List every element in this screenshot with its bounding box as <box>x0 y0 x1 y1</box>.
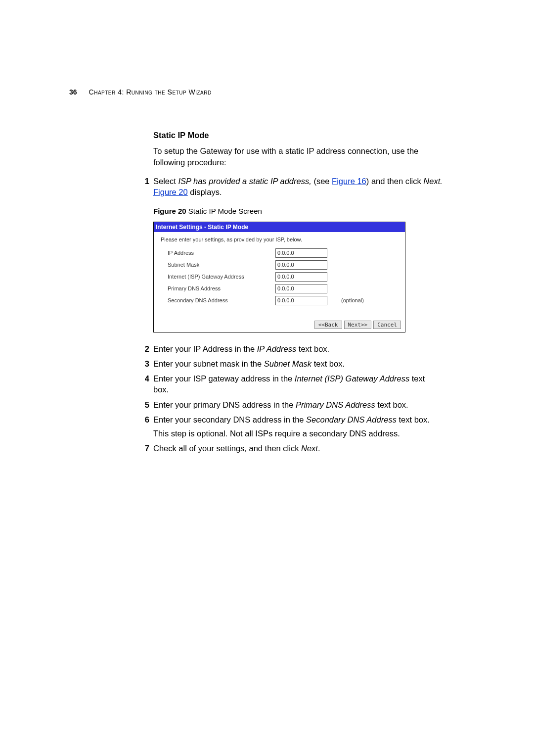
form-row-primary-dns: Primary DNS Address <box>168 284 398 293</box>
text: Check all of your settings, and then cli… <box>153 444 301 453</box>
italic-text: IP Address <box>257 344 296 353</box>
page-number: 36 <box>69 88 77 96</box>
text: text box. <box>312 359 345 368</box>
text: Enter your subnet mask in the <box>153 359 264 368</box>
subnet-mask-input[interactable] <box>275 260 327 270</box>
step-6-note: This step is optional. Not all ISPs requ… <box>153 428 443 439</box>
text: Enter your primary DNS address in the <box>153 400 296 409</box>
step-number: 2 <box>135 343 149 354</box>
text: ) and then click <box>366 177 424 186</box>
label-secondary-dns: Secondary DNS Address <box>168 297 275 304</box>
isp-gateway-input[interactable] <box>275 272 327 282</box>
step-number: 4 <box>135 373 149 384</box>
text: Enter your ISP gateway address in the <box>153 374 295 383</box>
step-body: Enter your primary DNS address in the Pr… <box>153 399 443 410</box>
step-body: Enter your ISP gateway address in the In… <box>153 373 443 395</box>
form-row-gateway: Internet (ISP) Gateway Address <box>168 272 398 282</box>
step-2: 2 Enter your IP Address in the IP Addres… <box>153 343 443 354</box>
back-button[interactable]: <<Back <box>314 321 342 329</box>
step-number: 5 <box>135 399 149 410</box>
text: text box. <box>397 415 430 424</box>
text: Enter your IP Address in the <box>153 344 257 353</box>
text: (see <box>312 177 332 186</box>
main-content: Static IP Mode To setup the Gateway for … <box>153 130 443 454</box>
italic-text: Primary DNS Address <box>296 400 375 409</box>
panel-subtitle: Please enter your settings, as provided … <box>154 232 405 246</box>
next-button[interactable]: Next>> <box>344 321 372 329</box>
step-3: 3 Enter your subnet mask in the Subnet M… <box>153 358 443 369</box>
step-number: 6 <box>135 414 149 425</box>
step-6: 6 Enter your secondary DNS address in th… <box>153 414 443 439</box>
label-primary-dns: Primary DNS Address <box>168 285 275 292</box>
step-5: 5 Enter your primary DNS address in the … <box>153 399 443 410</box>
section-heading: Static IP Mode <box>153 130 443 141</box>
label-subnet: Subnet Mask <box>168 261 275 269</box>
step-body: Select ISP has provided a static IP addr… <box>153 176 443 198</box>
form-area: IP Address Subnet Mask Internet (ISP) Ga… <box>154 246 405 310</box>
italic-text: Subnet Mask <box>264 359 312 368</box>
step-body: Enter your IP Address in the IP Address … <box>153 343 443 354</box>
label-ip: IP Address <box>168 249 275 257</box>
intro-paragraph: To setup the Gateway for use with a stat… <box>153 145 443 168</box>
static-ip-screenshot: Internet Settings - Static IP Mode Pleas… <box>153 222 405 332</box>
italic-text: Secondary DNS Address <box>306 415 397 424</box>
text: text box. <box>296 344 329 353</box>
text: . <box>318 444 320 453</box>
secondary-dns-input[interactable] <box>275 296 327 305</box>
step-1: 1 Select ISP has provided a static IP ad… <box>153 176 443 198</box>
page-header: 36 Chapter 4: Running the Setup Wizard <box>69 88 470 96</box>
ip-address-input[interactable] <box>275 248 327 258</box>
figure-16-link[interactable]: Figure 16 <box>332 177 366 186</box>
fig-caption-rest: Static IP Mode Screen <box>186 207 262 215</box>
step-body: Check all of your settings, and then cli… <box>153 443 443 454</box>
label-gateway: Internet (ISP) Gateway Address <box>168 273 275 281</box>
step-body: Enter your secondary DNS address in the … <box>153 414 443 439</box>
step-7: 7 Check all of your settings, and then c… <box>153 443 443 454</box>
cancel-button[interactable]: Cancel <box>373 321 401 329</box>
fig-caption-bold: Figure 20 <box>153 207 186 215</box>
primary-dns-input[interactable] <box>275 284 327 293</box>
optional-label: (optional) <box>341 297 364 304</box>
step-body: Enter your subnet mask in the Subnet Mas… <box>153 358 443 369</box>
figure-caption: Figure 20 Static IP Mode Screen <box>153 206 443 216</box>
figure-20-link[interactable]: Figure 20 <box>153 188 188 196</box>
italic-text: Next <box>301 444 318 453</box>
text: displays. <box>188 188 222 196</box>
italic-text: Next. <box>423 177 443 186</box>
chapter-label: Chapter 4: Running the Setup Wizard <box>89 88 212 96</box>
step-4: 4 Enter your ISP gateway address in the … <box>153 373 443 395</box>
step-number: 3 <box>135 358 149 369</box>
text: Select <box>153 177 178 186</box>
text: text box. <box>375 400 408 409</box>
step-number: 1 <box>135 176 149 187</box>
panel-title: Internet Settings - Static IP Mode <box>154 222 405 232</box>
form-row-subnet: Subnet Mask <box>168 260 398 270</box>
text: Enter your secondary DNS address in the <box>153 415 306 424</box>
italic-text: Internet (ISP) Gateway Address <box>295 374 409 383</box>
button-row: <<Back Next>> Cancel <box>154 310 405 332</box>
form-row-secondary-dns: Secondary DNS Address (optional) <box>168 296 398 305</box>
italic-text: ISP has provided a static IP address, <box>178 177 311 186</box>
form-row-ip: IP Address <box>168 248 398 258</box>
step-number: 7 <box>135 443 149 454</box>
